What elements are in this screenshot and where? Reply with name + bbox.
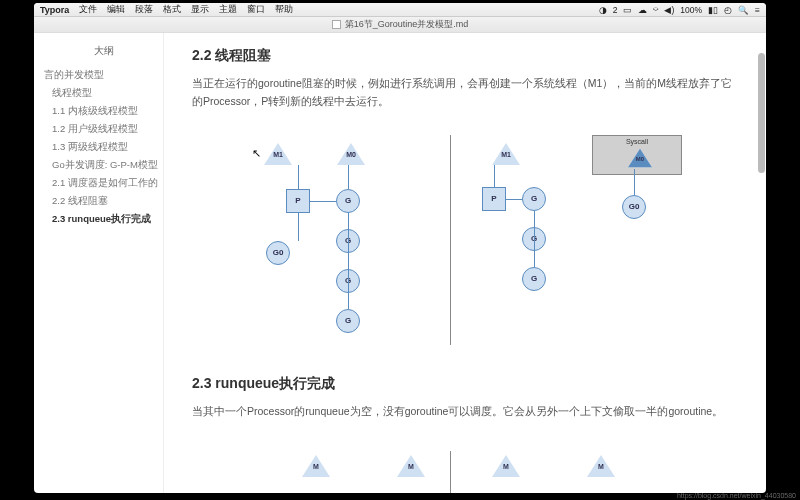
node-m: M xyxy=(587,455,615,477)
sidebar-item[interactable]: 1.1 内核级线程模型 xyxy=(44,102,163,120)
node-p: P xyxy=(286,189,310,213)
volume-icon[interactable]: ◀) xyxy=(664,5,674,15)
sidebar-item[interactable]: 线程模型 xyxy=(44,84,163,102)
mouse-cursor: ↖ xyxy=(252,147,261,160)
content-scrollbar[interactable] xyxy=(756,33,766,493)
wechat-icon[interactable]: ◑ xyxy=(599,5,607,15)
menu-paragraph[interactable]: 段落 xyxy=(135,3,153,16)
menu-window[interactable]: 窗口 xyxy=(247,3,265,16)
wifi-icon[interactable]: ⌔ xyxy=(653,5,658,15)
search-icon[interactable]: 🔍 xyxy=(738,5,749,15)
app-name: Typora xyxy=(40,5,69,15)
window-titlebar: 第16节_Goroutine并发模型.md xyxy=(34,17,766,33)
heading-22: 2.2 线程阻塞 xyxy=(192,47,738,65)
node-m: M xyxy=(302,455,330,477)
paragraph-23: 当其中一个Processor的runqueue为空，没有goroutine可以调… xyxy=(192,403,738,421)
document-icon xyxy=(332,20,341,29)
node-g: G xyxy=(522,267,546,291)
menu-extra-icon[interactable]: ≡ xyxy=(755,5,760,15)
node-p: P xyxy=(482,187,506,211)
heading-23: 2.3 runqueue执行完成 xyxy=(192,375,738,393)
clock-icon[interactable]: ◴ xyxy=(724,5,732,15)
node-g: G xyxy=(336,309,360,333)
monitor-icon[interactable]: ▭ xyxy=(623,5,632,15)
menubar-status: ◑ 2 ▭ ☁ ⌔ ◀) 100% ▮▯ ◴ 🔍 ≡ xyxy=(599,5,760,15)
sidebar-item[interactable]: 2.2 线程阻塞 xyxy=(44,192,163,210)
node-m: M xyxy=(492,455,520,477)
diagram-thread-block: M1 M0 P G G0 G G G M1 P G G xyxy=(192,125,738,355)
sidebar-item[interactable]: 1.2 用户级线程模型 xyxy=(44,120,163,138)
node-g0: G0 xyxy=(266,241,290,265)
menu-format[interactable]: 格式 xyxy=(163,3,181,16)
sidebar-item[interactable]: 1.3 两级线程模型 xyxy=(44,138,163,156)
battery-pct: 100% xyxy=(680,5,702,15)
node-m1: M1 xyxy=(492,143,520,165)
node-g: G xyxy=(336,189,360,213)
sidebar-item[interactable]: 2.1 调度器是如何工作的 xyxy=(44,174,163,192)
node-m1: M1 xyxy=(264,143,292,165)
node-g: G xyxy=(522,187,546,211)
sidebar-item[interactable]: 言的并发模型 xyxy=(44,66,163,84)
paragraph-22: 当正在运行的goroutine阻塞的时候，例如进行系统调用，会再创建一个系统线程… xyxy=(192,75,738,111)
node-m0-syscall: M0 xyxy=(628,148,652,167)
menu-theme[interactable]: 主题 xyxy=(219,3,237,16)
outline-sidebar: 大纲 言的并发模型 线程模型 1.1 内核级线程模型 1.2 用户级线程模型 1… xyxy=(34,33,164,493)
source-url-watermark: https://blog.csdn.net/weixin_44030580 xyxy=(677,492,796,499)
menu-file[interactable]: 文件 xyxy=(79,3,97,16)
node-g0-syscall: G0 xyxy=(622,195,646,219)
menu-view[interactable]: 显示 xyxy=(191,3,209,16)
mac-menubar: Typora 文件 编辑 段落 格式 显示 主题 窗口 帮助 ◑ 2 ▭ ☁ ⌔… xyxy=(34,3,766,17)
node-m0: M0 xyxy=(337,143,365,165)
editor-content[interactable]: 2.2 线程阻塞 当正在运行的goroutine阻塞的时候，例如进行系统调用，会… xyxy=(164,33,766,493)
cloud-icon[interactable]: ☁ xyxy=(638,5,647,15)
menu-help[interactable]: 帮助 xyxy=(275,3,293,16)
document-title: 第16节_Goroutine并发模型.md xyxy=(345,18,469,31)
scroll-thumb[interactable] xyxy=(758,53,765,173)
app-window: Typora 文件 编辑 段落 格式 显示 主题 窗口 帮助 ◑ 2 ▭ ☁ ⌔… xyxy=(34,3,766,493)
node-m: M xyxy=(397,455,425,477)
sidebar-item-current[interactable]: 2.3 runqueue执行完成 xyxy=(44,210,163,228)
battery-icon: ▮▯ xyxy=(708,5,718,15)
menu-edit[interactable]: 编辑 xyxy=(107,3,125,16)
outline-title: 大纲 xyxy=(44,41,163,60)
wechat-count: 2 xyxy=(613,5,618,15)
diagram-runqueue: M M M M xyxy=(192,435,738,493)
sidebar-item[interactable]: Go并发调度: G-P-M模型 xyxy=(44,156,163,174)
